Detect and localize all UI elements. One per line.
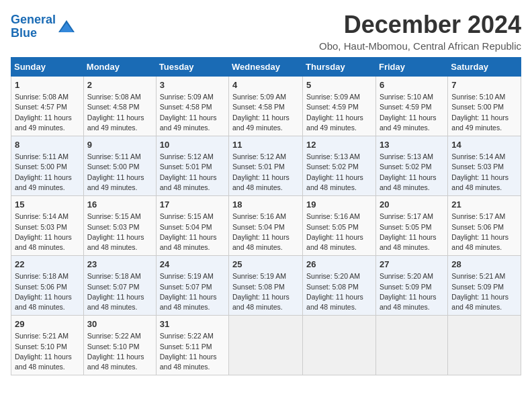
- day-info: Sunrise: 5:10 AM Sunset: 5:00 PM Dayligh…: [451, 92, 517, 133]
- calendar-cell: 8Sunrise: 5:11 AM Sunset: 5:00 PM Daylig…: [11, 136, 84, 196]
- day-info: Sunrise: 5:18 AM Sunset: 5:06 PM Dayligh…: [15, 271, 80, 312]
- day-number: 4: [232, 79, 299, 91]
- calendar-cell: 12Sunrise: 5:13 AM Sunset: 5:02 PM Dayli…: [303, 136, 376, 196]
- subtitle: Obo, Haut-Mbomou, Central African Republ…: [319, 40, 521, 52]
- day-number: 17: [160, 199, 225, 211]
- calendar-cell: 19Sunrise: 5:16 AM Sunset: 5:05 PM Dayli…: [303, 196, 376, 256]
- day-header: Monday: [83, 58, 156, 77]
- calendar-cell: 6Sunrise: 5:10 AM Sunset: 4:59 PM Daylig…: [375, 77, 447, 136]
- day-info: Sunrise: 5:08 AM Sunset: 4:57 PM Dayligh…: [15, 92, 80, 133]
- day-info: Sunrise: 5:13 AM Sunset: 5:02 PM Dayligh…: [380, 152, 444, 193]
- day-number: 16: [87, 199, 152, 211]
- day-info: Sunrise: 5:12 AM Sunset: 5:01 PM Dayligh…: [232, 152, 299, 193]
- calendar-cell: 26Sunrise: 5:20 AM Sunset: 5:08 PM Dayli…: [303, 256, 376, 316]
- day-info: Sunrise: 5:14 AM Sunset: 5:03 PM Dayligh…: [451, 152, 517, 193]
- calendar-cell: 24Sunrise: 5:19 AM Sunset: 5:07 PM Dayli…: [156, 256, 228, 316]
- calendar-cell: 21Sunrise: 5:17 AM Sunset: 5:06 PM Dayli…: [448, 196, 521, 256]
- calendar-cell: [448, 316, 521, 375]
- calendar-cell: 1Sunrise: 5:08 AM Sunset: 4:57 PM Daylig…: [11, 77, 84, 136]
- day-info: Sunrise: 5:13 AM Sunset: 5:02 PM Dayligh…: [306, 152, 372, 193]
- calendar-week-row: 15Sunrise: 5:14 AM Sunset: 5:03 PM Dayli…: [11, 196, 521, 256]
- day-number: 21: [451, 199, 517, 211]
- calendar-cell: [303, 316, 376, 375]
- day-number: 11: [232, 139, 299, 151]
- day-number: 3: [160, 79, 225, 91]
- calendar-cell: 7Sunrise: 5:10 AM Sunset: 5:00 PM Daylig…: [448, 77, 521, 136]
- calendar-cell: 25Sunrise: 5:19 AM Sunset: 5:08 PM Dayli…: [229, 256, 303, 316]
- day-number: 8: [15, 139, 80, 151]
- day-number: 10: [160, 139, 225, 151]
- day-number: 28: [451, 259, 517, 271]
- day-info: Sunrise: 5:09 AM Sunset: 4:59 PM Dayligh…: [306, 92, 372, 133]
- day-info: Sunrise: 5:09 AM Sunset: 4:58 PM Dayligh…: [232, 92, 299, 133]
- day-info: Sunrise: 5:18 AM Sunset: 5:07 PM Dayligh…: [87, 271, 152, 312]
- logo-line1: General: [11, 13, 56, 26]
- calendar-cell: [375, 316, 447, 375]
- calendar-cell: 9Sunrise: 5:11 AM Sunset: 5:00 PM Daylig…: [83, 136, 156, 196]
- day-info: Sunrise: 5:17 AM Sunset: 5:06 PM Dayligh…: [451, 212, 517, 253]
- calendar-cell: 3Sunrise: 5:09 AM Sunset: 4:58 PM Daylig…: [156, 77, 228, 136]
- calendar-cell: 14Sunrise: 5:14 AM Sunset: 5:03 PM Dayli…: [448, 136, 521, 196]
- day-number: 7: [451, 79, 517, 91]
- day-header: Tuesday: [156, 58, 228, 77]
- calendar-table: SundayMondayTuesdayWednesdayThursdayFrid…: [11, 57, 521, 375]
- day-number: 1: [15, 79, 80, 91]
- calendar-header-row: SundayMondayTuesdayWednesdayThursdayFrid…: [11, 58, 521, 77]
- calendar-cell: 20Sunrise: 5:17 AM Sunset: 5:05 PM Dayli…: [375, 196, 447, 256]
- day-number: 2: [87, 79, 152, 91]
- day-info: Sunrise: 5:16 AM Sunset: 5:05 PM Dayligh…: [306, 212, 372, 253]
- day-number: 23: [87, 259, 152, 271]
- day-header: Friday: [375, 58, 447, 77]
- header: General Blue December 2024 Obo, Haut-Mbo…: [11, 11, 521, 52]
- day-info: Sunrise: 5:22 AM Sunset: 5:11 PM Dayligh…: [160, 331, 225, 372]
- day-number: 13: [380, 139, 444, 151]
- day-info: Sunrise: 5:11 AM Sunset: 5:00 PM Dayligh…: [15, 152, 80, 193]
- calendar-cell: 23Sunrise: 5:18 AM Sunset: 5:07 PM Dayli…: [83, 256, 156, 316]
- day-info: Sunrise: 5:15 AM Sunset: 5:04 PM Dayligh…: [160, 212, 225, 253]
- day-info: Sunrise: 5:20 AM Sunset: 5:09 PM Dayligh…: [380, 271, 444, 312]
- day-number: 27: [380, 259, 444, 271]
- calendar-cell: [229, 316, 303, 375]
- calendar-cell: 18Sunrise: 5:16 AM Sunset: 5:04 PM Dayli…: [229, 196, 303, 256]
- day-number: 24: [160, 259, 225, 271]
- day-header: Thursday: [303, 58, 376, 77]
- day-info: Sunrise: 5:19 AM Sunset: 5:08 PM Dayligh…: [232, 271, 299, 312]
- day-number: 15: [15, 199, 80, 211]
- calendar-cell: 28Sunrise: 5:21 AM Sunset: 5:09 PM Dayli…: [448, 256, 521, 316]
- day-number: 19: [306, 199, 372, 211]
- calendar-cell: 16Sunrise: 5:15 AM Sunset: 5:03 PM Dayli…: [83, 196, 156, 256]
- day-number: 30: [87, 318, 152, 330]
- day-number: 31: [160, 318, 225, 330]
- day-number: 9: [87, 139, 152, 151]
- day-info: Sunrise: 5:21 AM Sunset: 5:10 PM Dayligh…: [15, 331, 80, 372]
- day-number: 20: [380, 199, 444, 211]
- logo-line2: Blue: [11, 26, 37, 40]
- calendar-cell: 29Sunrise: 5:21 AM Sunset: 5:10 PM Dayli…: [11, 316, 84, 375]
- day-info: Sunrise: 5:16 AM Sunset: 5:04 PM Dayligh…: [232, 212, 299, 253]
- day-info: Sunrise: 5:19 AM Sunset: 5:07 PM Dayligh…: [160, 271, 225, 312]
- day-info: Sunrise: 5:21 AM Sunset: 5:09 PM Dayligh…: [451, 271, 517, 312]
- day-info: Sunrise: 5:22 AM Sunset: 5:10 PM Dayligh…: [87, 331, 152, 372]
- day-number: 25: [232, 259, 299, 271]
- calendar-week-row: 8Sunrise: 5:11 AM Sunset: 5:00 PM Daylig…: [11, 136, 521, 196]
- title-area: December 2024 Obo, Haut-Mbomou, Central …: [319, 11, 521, 52]
- calendar-cell: 11Sunrise: 5:12 AM Sunset: 5:01 PM Dayli…: [229, 136, 303, 196]
- day-info: Sunrise: 5:14 AM Sunset: 5:03 PM Dayligh…: [15, 212, 80, 253]
- calendar-cell: 13Sunrise: 5:13 AM Sunset: 5:02 PM Dayli…: [375, 136, 447, 196]
- day-info: Sunrise: 5:17 AM Sunset: 5:05 PM Dayligh…: [380, 212, 444, 253]
- day-info: Sunrise: 5:12 AM Sunset: 5:01 PM Dayligh…: [160, 152, 225, 193]
- day-number: 12: [306, 139, 372, 151]
- calendar-cell: 17Sunrise: 5:15 AM Sunset: 5:04 PM Dayli…: [156, 196, 228, 256]
- day-header: Sunday: [11, 58, 84, 77]
- day-info: Sunrise: 5:20 AM Sunset: 5:08 PM Dayligh…: [306, 271, 372, 312]
- day-number: 26: [306, 259, 372, 271]
- day-number: 22: [15, 259, 80, 271]
- calendar-cell: 5Sunrise: 5:09 AM Sunset: 4:59 PM Daylig…: [303, 77, 376, 136]
- calendar-cell: 27Sunrise: 5:20 AM Sunset: 5:09 PM Dayli…: [375, 256, 447, 316]
- calendar-cell: 22Sunrise: 5:18 AM Sunset: 5:06 PM Dayli…: [11, 256, 84, 316]
- logo: General Blue: [11, 13, 76, 40]
- day-info: Sunrise: 5:15 AM Sunset: 5:03 PM Dayligh…: [87, 212, 152, 253]
- day-number: 18: [232, 199, 299, 211]
- calendar-cell: 15Sunrise: 5:14 AM Sunset: 5:03 PM Dayli…: [11, 196, 84, 256]
- day-info: Sunrise: 5:10 AM Sunset: 4:59 PM Dayligh…: [380, 92, 444, 133]
